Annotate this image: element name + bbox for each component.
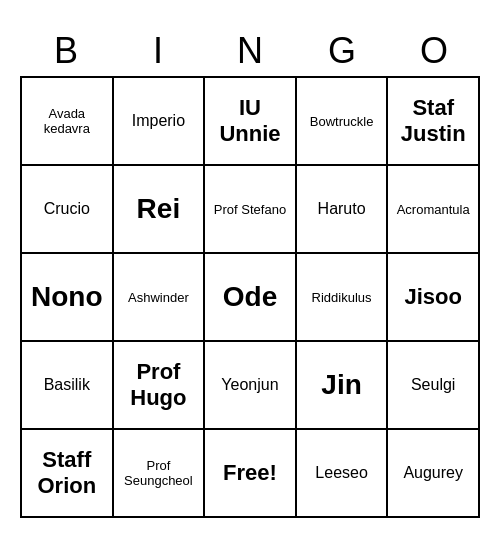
cell-r3-c1: Prof Hugo: [114, 342, 206, 430]
cell-r4-c4: Augurey: [388, 430, 480, 518]
cell-text-r1-c4: Acromantula: [397, 202, 470, 217]
cell-r2-c2: Ode: [205, 254, 297, 342]
cell-r3-c4: Seulgi: [388, 342, 480, 430]
cell-r2-c1: Ashwinder: [114, 254, 206, 342]
cell-text-r3-c2: Yeonjun: [221, 376, 278, 394]
cell-text-r4-c4: Augurey: [403, 464, 463, 482]
cell-r4-c1: Prof Seungcheol: [114, 430, 206, 518]
cell-text-r3-c0: Basilik: [44, 376, 90, 394]
cell-text-r4-c3: Leeseo: [315, 464, 368, 482]
cell-text-r1-c3: Haruto: [318, 200, 366, 218]
cell-text-r0-c4: Staf Justin: [392, 95, 474, 147]
header-letter-O: O: [388, 26, 480, 76]
cell-text-r2-c1: Ashwinder: [128, 290, 189, 305]
cell-text-r2-c2: Ode: [223, 281, 277, 313]
header-letter-G: G: [296, 26, 388, 76]
cell-text-r4-c0: Staff Orion: [26, 447, 108, 499]
header-letter-N: N: [204, 26, 296, 76]
cell-text-r1-c2: Prof Stefano: [214, 202, 286, 217]
cell-text-r0-c2: IU Unnie: [209, 95, 291, 147]
cell-r2-c4: Jisoo: [388, 254, 480, 342]
cell-r1-c4: Acromantula: [388, 166, 480, 254]
cell-text-r1-c1: Rei: [137, 193, 181, 225]
cell-text-r4-c2: Free!: [223, 460, 277, 486]
cell-r0-c2: IU Unnie: [205, 78, 297, 166]
cell-r2-c3: Riddikulus: [297, 254, 389, 342]
cell-r0-c0: Avada kedavra: [22, 78, 114, 166]
bingo-grid: Avada kedavraImperioIU UnnieBowtruckleSt…: [20, 76, 480, 518]
cell-r3-c3: Jin: [297, 342, 389, 430]
cell-r1-c1: Rei: [114, 166, 206, 254]
cell-r4-c3: Leeseo: [297, 430, 389, 518]
cell-r0-c1: Imperio: [114, 78, 206, 166]
cell-r4-c0: Staff Orion: [22, 430, 114, 518]
cell-text-r0-c0: Avada kedavra: [26, 106, 108, 136]
cell-text-r1-c0: Crucio: [44, 200, 90, 218]
bingo-header: BINGO: [20, 26, 480, 76]
cell-r3-c2: Yeonjun: [205, 342, 297, 430]
cell-r2-c0: Nono: [22, 254, 114, 342]
cell-r1-c3: Haruto: [297, 166, 389, 254]
cell-text-r4-c1: Prof Seungcheol: [118, 458, 200, 488]
cell-text-r3-c1: Prof Hugo: [118, 359, 200, 411]
cell-text-r0-c3: Bowtruckle: [310, 114, 374, 129]
cell-text-r2-c3: Riddikulus: [312, 290, 372, 305]
cell-text-r0-c1: Imperio: [132, 112, 185, 130]
cell-text-r3-c4: Seulgi: [411, 376, 455, 394]
cell-text-r2-c4: Jisoo: [404, 284, 461, 310]
cell-r3-c0: Basilik: [22, 342, 114, 430]
cell-r4-c2: Free!: [205, 430, 297, 518]
cell-r0-c4: Staf Justin: [388, 78, 480, 166]
cell-r0-c3: Bowtruckle: [297, 78, 389, 166]
header-letter-I: I: [112, 26, 204, 76]
header-letter-B: B: [20, 26, 112, 76]
cell-r1-c2: Prof Stefano: [205, 166, 297, 254]
bingo-card: BINGO Avada kedavraImperioIU UnnieBowtru…: [0, 26, 500, 518]
cell-r1-c0: Crucio: [22, 166, 114, 254]
cell-text-r2-c0: Nono: [31, 281, 103, 313]
cell-text-r3-c3: Jin: [321, 369, 361, 401]
